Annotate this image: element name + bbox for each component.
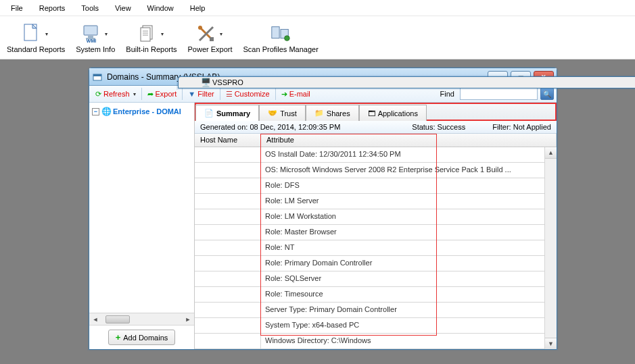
email-button[interactable]: ➔E-mail (278, 88, 314, 100)
filter-icon: ▼ (188, 90, 195, 98)
find-input[interactable] (460, 88, 538, 100)
tab-applications[interactable]: 🗔Applications (359, 105, 427, 121)
ribbon-scan-profiles[interactable]: Scan Profiles Manager (238, 18, 324, 59)
ribbon-builtin-reports[interactable]: ▾ Built-in Reports (120, 18, 182, 59)
computer-wmi-icon: WMI (80, 23, 102, 45)
tab-trust[interactable]: 🤝Trust (259, 105, 306, 121)
tree-root-enterprise[interactable]: − 🌐 Enterprise - DOMAI (89, 105, 194, 118)
table-row[interactable]: Role: LM Server (195, 194, 544, 209)
customize-icon: ☰ (226, 90, 233, 99)
status-row: Generated on: 08 Dec, 2014, 12:09:35 PM … (195, 121, 557, 134)
chevron-down-icon[interactable]: ▾ (43, 23, 51, 45)
tools-crossed-icon (195, 23, 217, 45)
scroll-thumb[interactable] (105, 315, 130, 323)
tabs-row: 📄Summary 🤝Trust 📁Shares 🗔Applications (195, 103, 557, 121)
summary-icon: 📄 (204, 109, 214, 118)
svg-rect-15 (272, 27, 279, 38)
svg-rect-2 (84, 26, 97, 35)
svg-rect-19 (93, 74, 101, 76)
refresh-icon: ⟳ (95, 90, 101, 99)
menu-help[interactable]: Help (183, 2, 212, 14)
filter-status-label: Filter: Not Applied (492, 123, 551, 131)
add-domains-button[interactable]: +Add Domains (108, 330, 176, 345)
filter-button[interactable]: ▼Filter (185, 88, 217, 99)
generated-on-label: Generated on: 08 Dec, 2014, 12:09:35 PM (200, 123, 340, 131)
table-row[interactable]: Role: SQLServer (195, 271, 544, 287)
table-row[interactable]: Role: Master Browser (195, 225, 544, 240)
chevron-down-icon[interactable]: ▾ (158, 23, 166, 45)
table-row[interactable]: System Type: x64-based PC (195, 318, 544, 334)
svg-point-13 (198, 26, 202, 30)
ribbon-power-export[interactable]: ▾ Power Export (183, 18, 238, 59)
svg-point-17 (285, 36, 290, 41)
find-go-button[interactable]: 🔍 (540, 88, 554, 100)
menu-window[interactable]: Window (141, 2, 181, 14)
grid-vertical-scrollbar[interactable]: ▲ ▼ (544, 147, 557, 349)
globe-icon: 🌐 (101, 106, 112, 117)
status-label: Status: Success (412, 123, 465, 131)
table-row[interactable]: OS Install Date: 12/30/2011 12:34:50 PM (195, 147, 544, 163)
scroll-down-icon[interactable]: ▼ (545, 338, 557, 349)
menu-file[interactable]: File (4, 2, 30, 14)
ribbon-toolbar: ▾ Standard Reports WMI ▾ System Info ▾ B… (0, 16, 635, 59)
scroll-up-icon[interactable]: ▲ (545, 147, 557, 159)
shares-icon: 📁 (314, 109, 324, 118)
svg-rect-14 (210, 37, 214, 41)
tab-shares[interactable]: 📁Shares (306, 105, 359, 121)
collapse-icon[interactable]: − (92, 108, 99, 115)
export-icon: ➦ (147, 90, 154, 99)
ribbon-system-info[interactable]: WMI ▾ System Info (70, 18, 120, 59)
applications-icon: 🗔 (368, 109, 375, 118)
customize-button[interactable]: ☰Customize (222, 88, 273, 100)
child-window-domains-summary: Domains - Summary (VSSLAB) — ▭ ✕ ⟳Refres… (89, 68, 557, 350)
chevron-down-icon[interactable]: ▾ (102, 23, 110, 45)
menu-reports[interactable]: Reports (32, 2, 72, 14)
tree-pane: − 🌐 Enterprise - DOMAI 🖥️VSSLAB🖥️VSSPRO … (89, 103, 195, 349)
search-icon: 🔍 (543, 90, 551, 98)
mdi-client-area: Domains - Summary (VSSLAB) — ▭ ✕ ⟳Refres… (0, 59, 635, 364)
column-attribute[interactable]: Attribute (261, 134, 557, 147)
plus-icon: + (116, 332, 121, 342)
table-row[interactable]: OS: Microsoft Windows Server 2008 R2 Ent… (195, 163, 544, 178)
tree-horizontal-scrollbar[interactable]: ◄ ► (89, 313, 194, 325)
ribbon-standard-reports[interactable]: ▾ Standard Reports (1, 18, 70, 59)
content-pane: 📄Summary 🤝Trust 📁Shares 🗔Applications Ge… (195, 103, 557, 349)
table-row[interactable]: Windows Directory: C:\Windows (195, 334, 544, 349)
svg-rect-3 (88, 36, 93, 38)
table-row[interactable]: Server Type: Primary Domain Controller (195, 303, 544, 318)
svg-rect-7 (141, 28, 150, 41)
menubar: File Reports Tools View Window Help (0, 0, 635, 16)
export-button[interactable]: ➦Export (144, 88, 181, 100)
document-icon (21, 23, 43, 45)
chevron-down-icon[interactable]: ▾ (217, 23, 225, 45)
trust-icon: 🤝 (268, 109, 277, 118)
grid-header: Host Name Attribute (195, 134, 557, 147)
servers-icon (270, 23, 291, 45)
email-icon: ➔ (281, 90, 287, 99)
stacked-documents-icon (137, 23, 158, 45)
menu-view[interactable]: View (108, 2, 138, 14)
table-row[interactable]: Role: Primary Domain Controller (195, 256, 544, 271)
table-row[interactable]: Role: NT (195, 240, 544, 256)
svg-text:WMI: WMI (87, 38, 96, 43)
grid: Host Name Attribute OS Install Date: 12/… (195, 134, 557, 349)
scroll-left-icon[interactable]: ◄ (89, 316, 101, 323)
tab-summary[interactable]: 📄Summary (195, 105, 259, 121)
window-icon (92, 72, 103, 82)
table-row[interactable]: Role: DFS (195, 178, 544, 194)
table-row[interactable]: Role: LM Workstation (195, 209, 544, 225)
menu-tools[interactable]: Tools (74, 2, 105, 14)
scroll-right-icon[interactable]: ► (182, 316, 194, 323)
column-host-name[interactable]: Host Name (195, 134, 261, 147)
table-row[interactable]: Role: Timesource (195, 287, 544, 303)
refresh-button[interactable]: ⟳Refresh▾ (92, 88, 139, 100)
find-label: Find (440, 90, 454, 98)
